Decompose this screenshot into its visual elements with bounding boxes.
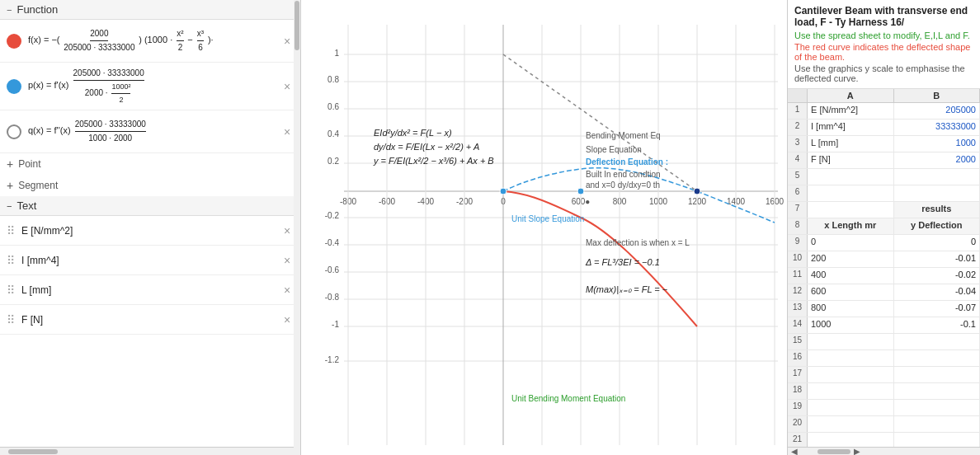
table-row[interactable]: 4F [N]2000 (788, 152, 980, 169)
close-button-q[interactable]: × (280, 125, 294, 138)
close-button-E[interactable]: × (280, 224, 294, 237)
cell-b[interactable] (894, 383, 981, 399)
cell-a[interactable]: 1000 (808, 317, 894, 333)
cell-b[interactable]: -0.01 (894, 251, 981, 267)
cell-b[interactable] (894, 367, 981, 382)
grip-icon-E[interactable]: ⠿ (7, 224, 15, 237)
svg-text:-0.4: -0.4 (325, 238, 340, 247)
cell-a[interactable]: 600 (808, 284, 894, 300)
info-line-3: Use the graphics y scale to emphasise th… (794, 63, 973, 83)
row-number: 1 (788, 103, 808, 119)
cell-a[interactable] (808, 416, 894, 432)
cell-a[interactable]: 0 (808, 235, 894, 251)
table-row[interactable]: 21 (788, 433, 980, 447)
cell-a[interactable] (808, 350, 894, 366)
row-number: 2 (788, 120, 808, 135)
cell-a[interactable]: x Length mr (808, 218, 894, 234)
cell-b[interactable]: 1000 (894, 136, 981, 152)
function-label: Function (16, 3, 58, 16)
cell-a[interactable]: E [N/mm^2] (808, 103, 894, 119)
cell-b[interactable] (894, 185, 981, 201)
cell-a[interactable]: 200 (808, 251, 894, 267)
cell-b[interactable]: 2000 (894, 152, 981, 168)
close-button-L[interactable]: × (280, 284, 294, 297)
cell-b[interactable] (894, 416, 981, 432)
cell-a[interactable]: I [mm^4] (808, 120, 894, 135)
table-row[interactable]: 1E [N/mm^2]205000 (788, 103, 980, 120)
table-row[interactable]: 15 (788, 334, 980, 350)
table-row[interactable]: 3L [mm]1000 (788, 136, 980, 152)
cell-a[interactable] (808, 383, 894, 399)
close-button-p[interactable]: × (280, 80, 294, 93)
scroll-left-arrow[interactable]: ◀ (788, 447, 801, 455)
table-row[interactable]: 141000-0.1 (788, 317, 980, 334)
cell-b[interactable]: 0 (894, 235, 981, 251)
cell-b[interactable]: 205000 (894, 103, 981, 119)
table-row[interactable]: 16 (788, 350, 980, 367)
cell-b[interactable] (894, 433, 981, 447)
table-row[interactable]: 5 (788, 169, 980, 185)
grip-icon-I[interactable]: ⠿ (7, 254, 15, 267)
table-row[interactable]: 20 (788, 416, 980, 433)
function-section-header[interactable]: − Function (0, 0, 300, 20)
svg-text:1: 1 (334, 49, 339, 58)
add-segment[interactable]: + Segment (0, 175, 300, 196)
row-number: 17 (788, 367, 808, 382)
close-button-f[interactable]: × (280, 35, 294, 48)
cell-b[interactable]: -0.04 (894, 284, 981, 300)
cell-a[interactable]: 800 (808, 301, 894, 317)
add-point[interactable]: + Point (0, 153, 300, 175)
cell-b[interactable]: -0.1 (894, 317, 981, 333)
unit-slope-label: Unit Slope Equation (511, 214, 584, 223)
row-number: 16 (788, 350, 808, 366)
grip-icon-L[interactable]: ⠿ (7, 284, 15, 297)
table-row[interactable]: 7results (788, 202, 980, 218)
cell-b[interactable]: -0.07 (894, 301, 981, 317)
bending-moment-label: Bending Moment Eq (586, 131, 661, 140)
function-item-p: p(x) = f'(x) 205000 · 33333000 2000 · 10… (0, 63, 300, 110)
cell-b[interactable]: y Deflection (894, 218, 981, 234)
cell-b[interactable] (894, 334, 981, 349)
cell-b[interactable] (894, 350, 981, 366)
cell-a[interactable] (808, 433, 894, 447)
cell-a[interactable] (808, 202, 894, 218)
close-button-I[interactable]: × (280, 254, 294, 267)
table-row[interactable]: 11400-0.02 (788, 268, 980, 284)
table-row[interactable]: 8x Length mry Deflection (788, 218, 980, 235)
cell-a[interactable] (808, 400, 894, 415)
table-row[interactable]: 19 (788, 400, 980, 416)
spreadsheet-body[interactable]: 1E [N/mm^2]2050002I [mm^4]333330003L [mm… (788, 103, 980, 447)
cell-a[interactable] (808, 367, 894, 382)
graph-svg: 1 0.8 0.6 0.4 0.2 -0.2 -0.4 -0.6 -0.8 -1… (301, 0, 788, 455)
cell-b[interactable]: 33333000 (894, 120, 981, 135)
cell-a[interactable] (808, 185, 894, 201)
table-row[interactable]: 10200-0.01 (788, 251, 980, 268)
table-row[interactable]: 6 (788, 185, 980, 202)
grip-icon-F[interactable]: ⠿ (7, 313, 15, 326)
cell-b[interactable] (894, 169, 981, 185)
svg-text:-0.6: -0.6 (325, 265, 340, 274)
table-row[interactable]: 12600-0.04 (788, 284, 980, 301)
close-button-F[interactable]: × (280, 313, 294, 326)
table-row[interactable]: 18 (788, 383, 980, 400)
scrollbar-horizontal[interactable] (0, 447, 294, 455)
table-row[interactable]: 17 (788, 367, 980, 383)
text-section-header[interactable]: − Text (0, 196, 300, 216)
cell-b[interactable] (894, 400, 981, 415)
scroll-right-arrow[interactable]: ▶ (850, 447, 864, 455)
scrollbar-vertical[interactable] (294, 0, 300, 455)
table-row[interactable]: 13800-0.07 (788, 301, 980, 317)
cell-b[interactable]: results (894, 202, 981, 218)
cell-a[interactable] (808, 169, 894, 185)
cell-a[interactable]: F [N] (808, 152, 894, 168)
cell-b[interactable]: -0.02 (894, 268, 981, 284)
max-deflection-label: Max deflection is when x = L (586, 238, 690, 247)
scrollbar-thumb-horizontal (8, 449, 58, 454)
scrollbar-horizontal-ss[interactable]: ◀ ▶ (788, 447, 980, 455)
svg-text:0.4: 0.4 (327, 129, 339, 138)
cell-a[interactable]: 400 (808, 268, 894, 284)
cell-a[interactable] (808, 334, 894, 349)
cell-a[interactable]: L [mm] (808, 136, 894, 152)
table-row[interactable]: 900 (788, 235, 980, 251)
table-row[interactable]: 2I [mm^4]33333000 (788, 120, 980, 136)
